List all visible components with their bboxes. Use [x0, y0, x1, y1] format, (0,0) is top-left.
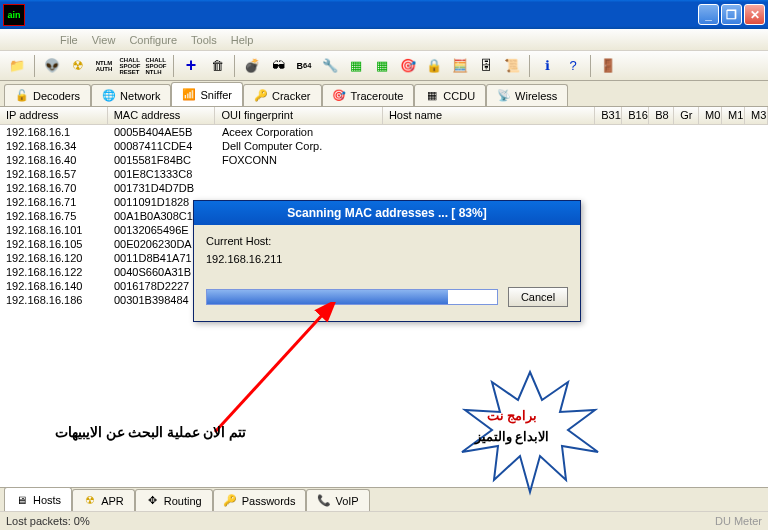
- cancel-button[interactable]: Cancel: [508, 287, 568, 307]
- b64-icon[interactable]: B64: [293, 55, 315, 77]
- col-host[interactable]: Host name: [383, 107, 595, 124]
- calc-icon[interactable]: 🧮: [449, 55, 471, 77]
- annotation-star-text: برامج نت الابداع والتميز: [475, 406, 549, 448]
- col-b16[interactable]: B16: [622, 107, 649, 124]
- chip1-icon[interactable]: ▦: [345, 55, 367, 77]
- mask-icon[interactable]: 🕶: [267, 55, 289, 77]
- chall-spoof-icon[interactable]: CHALLSPOOFRESET: [119, 55, 141, 77]
- col-gr[interactable]: Gr: [674, 107, 699, 124]
- menu-file[interactable]: File: [60, 34, 78, 46]
- tab-apr[interactable]: ☢APR: [72, 489, 135, 511]
- ccdu-icon: ▦: [425, 89, 438, 102]
- routing-icon: ✥: [146, 494, 159, 507]
- delete-icon[interactable]: 🗑: [206, 55, 228, 77]
- status-lost: Lost packets: 0%: [6, 515, 90, 527]
- scan-dialog: Scanning MAC addresses ... [ 83%] Curren…: [193, 200, 581, 322]
- menu-tools[interactable]: Tools: [191, 34, 217, 46]
- db-icon[interactable]: 🗄: [475, 55, 497, 77]
- close-button[interactable]: ✕: [744, 4, 765, 25]
- main-tabs: 🔓Decoders 🌐Network 📶Sniffer 🔑Cracker 🎯Tr…: [0, 81, 768, 107]
- tab-label: Sniffer: [200, 89, 232, 101]
- status-dumeter: DU Meter: [715, 515, 762, 527]
- table-row[interactable]: 192.168.16.400015581F84BCFOXCONN: [0, 153, 768, 167]
- tab-traceroute[interactable]: 🎯Traceroute: [322, 84, 415, 106]
- minimize-button[interactable]: _: [698, 4, 719, 25]
- tab-sniffer[interactable]: 📶Sniffer: [171, 82, 243, 106]
- col-b31[interactable]: B31: [595, 107, 622, 124]
- maximize-button[interactable]: ❐: [721, 4, 742, 25]
- dialog-current-host: 192.168.16.211: [206, 253, 568, 265]
- open-icon[interactable]: 📁: [6, 55, 28, 77]
- chall-ntlm-icon[interactable]: CHALLSPOOFNTLH: [145, 55, 167, 77]
- menu-configure[interactable]: Configure: [129, 34, 177, 46]
- sniffer-icon: 📶: [182, 88, 195, 101]
- table-row[interactable]: 192.168.16.3400087411CDE4Dell Computer C…: [0, 139, 768, 153]
- tab-label: Wireless: [515, 90, 557, 102]
- chip2-icon[interactable]: ▦: [371, 55, 393, 77]
- passwords-icon: 🔑: [224, 494, 237, 507]
- tab-label: Network: [120, 90, 160, 102]
- annotation-search-text: تتم الان عملية البحث عن الايبيهات: [55, 422, 246, 443]
- exit-icon[interactable]: 🚪: [597, 55, 619, 77]
- table-row[interactable]: 192.168.16.57001E8C1333C8: [0, 167, 768, 181]
- col-mac[interactable]: MAC address: [108, 107, 216, 124]
- col-ip[interactable]: IP address: [0, 107, 108, 124]
- bottom-tabs: 🖥Hosts ☢APR ✥Routing 🔑Passwords 📞VoIP: [0, 487, 768, 511]
- table-row[interactable]: 192.168.16.70001731D4D7DB: [0, 181, 768, 195]
- tab-wireless[interactable]: 📡Wireless: [486, 84, 568, 106]
- tab-ccdu[interactable]: ▦CCDU: [414, 84, 486, 106]
- voip-icon: 📞: [317, 494, 330, 507]
- globe-icon: 🌐: [102, 89, 115, 102]
- menubar: File View Configure Tools Help: [0, 29, 768, 51]
- toolbar: 📁 👽 ☢ NTLMAUTH CHALLSPOOFRESET CHALLSPOO…: [0, 51, 768, 81]
- progress-bar: [206, 289, 498, 305]
- tab-passwords[interactable]: 🔑Passwords: [213, 489, 307, 511]
- key-icon: 🔑: [254, 89, 267, 102]
- tab-label: CCDU: [443, 90, 475, 102]
- dialog-label: Current Host:: [206, 235, 568, 247]
- menu-view[interactable]: View: [92, 34, 116, 46]
- col-oui[interactable]: OUI fingerprint: [215, 107, 383, 124]
- tab-cracker[interactable]: 🔑Cracker: [243, 84, 322, 106]
- target-icon[interactable]: 🎯: [397, 55, 419, 77]
- info-icon[interactable]: ℹ: [536, 55, 558, 77]
- tab-label: Cracker: [272, 90, 311, 102]
- tab-decoders[interactable]: 🔓Decoders: [4, 84, 91, 106]
- col-m3[interactable]: M3: [745, 107, 768, 124]
- tab-network[interactable]: 🌐Network: [91, 84, 171, 106]
- statusbar: Lost packets: 0% DU Meter: [0, 511, 768, 530]
- tab-routing[interactable]: ✥Routing: [135, 489, 213, 511]
- bomb-icon[interactable]: 💣: [241, 55, 263, 77]
- lock-icon[interactable]: 🔒: [423, 55, 445, 77]
- wireless-icon: 📡: [497, 89, 510, 102]
- menu-help[interactable]: Help: [231, 34, 254, 46]
- add-icon[interactable]: +: [180, 55, 202, 77]
- ntlm-icon[interactable]: NTLMAUTH: [93, 55, 115, 77]
- col-m0[interactable]: M0: [699, 107, 722, 124]
- dialog-title: Scanning MAC addresses ... [ 83%]: [194, 201, 580, 225]
- apr-icon: ☢: [83, 494, 96, 507]
- table-row[interactable]: 192.168.16.10005B404AE5BAceex Corporatio…: [0, 125, 768, 139]
- help-icon[interactable]: ?: [562, 55, 584, 77]
- tab-label: Decoders: [33, 90, 80, 102]
- col-b8[interactable]: B8: [649, 107, 674, 124]
- list-header: IP address MAC address OUI fingerprint H…: [0, 107, 768, 125]
- col-m1[interactable]: M1: [722, 107, 745, 124]
- wrench-icon[interactable]: 🔧: [319, 55, 341, 77]
- tab-hosts[interactable]: 🖥Hosts: [4, 487, 72, 511]
- sprite-icon[interactable]: 👽: [41, 55, 63, 77]
- hosts-icon: 🖥: [15, 493, 28, 506]
- app-icon: ain: [3, 4, 25, 26]
- cert-icon[interactable]: 📜: [501, 55, 523, 77]
- decoder-icon: 🔓: [15, 89, 28, 102]
- radioactive-icon[interactable]: ☢: [67, 55, 89, 77]
- titlebar: ain _ ❐ ✕: [0, 0, 768, 29]
- tab-label: Traceroute: [351, 90, 404, 102]
- tab-voip[interactable]: 📞VoIP: [306, 489, 369, 511]
- route-icon: 🎯: [333, 89, 346, 102]
